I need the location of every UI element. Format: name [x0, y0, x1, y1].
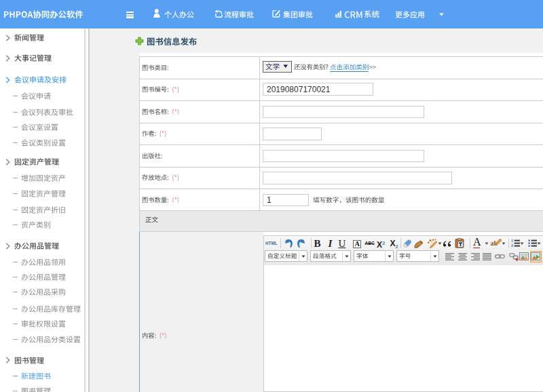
- svg-text:2: 2: [511, 243, 513, 248]
- svg-text:1: 1: [511, 239, 513, 243]
